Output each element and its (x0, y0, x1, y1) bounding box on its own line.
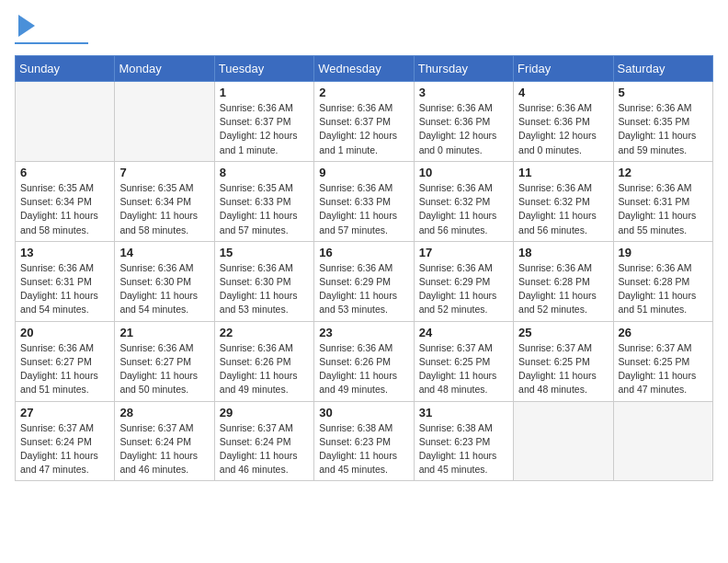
day-info: Sunrise: 6:36 AM Sunset: 6:27 PM Dayligh… (20, 341, 109, 397)
day-info: Sunrise: 6:36 AM Sunset: 6:36 PM Dayligh… (518, 101, 608, 157)
calendar-cell (514, 401, 613, 481)
day-info: Sunrise: 6:37 AM Sunset: 6:25 PM Dayligh… (518, 341, 608, 397)
day-number: 8 (220, 166, 309, 179)
day-number: 6 (20, 166, 109, 179)
calendar-cell: 25Sunrise: 6:37 AM Sunset: 6:25 PM Dayli… (514, 321, 613, 401)
day-info: Sunrise: 6:36 AM Sunset: 6:32 PM Dayligh… (419, 181, 508, 237)
day-number: 28 (119, 406, 209, 419)
calendar-cell: 7Sunrise: 6:35 AM Sunset: 6:34 PM Daylig… (115, 161, 214, 241)
day-info: Sunrise: 6:36 AM Sunset: 6:31 PM Dayligh… (619, 181, 708, 237)
day-info: Sunrise: 6:37 AM Sunset: 6:24 PM Dayligh… (119, 421, 209, 477)
day-info: Sunrise: 6:36 AM Sunset: 6:37 PM Dayligh… (319, 101, 408, 157)
day-number: 29 (220, 406, 309, 419)
day-info: Sunrise: 6:36 AM Sunset: 6:27 PM Dayligh… (119, 341, 209, 397)
day-number: 11 (518, 166, 608, 179)
calendar-cell: 29Sunrise: 6:37 AM Sunset: 6:24 PM Dayli… (214, 401, 313, 481)
calendar-cell: 11Sunrise: 6:36 AM Sunset: 6:32 PM Dayli… (514, 161, 613, 241)
calendar-cell: 4Sunrise: 6:36 AM Sunset: 6:36 PM Daylig… (514, 82, 613, 162)
calendar-week-row: 1Sunrise: 6:36 AM Sunset: 6:37 PM Daylig… (16, 82, 713, 162)
calendar-cell: 12Sunrise: 6:36 AM Sunset: 6:31 PM Dayli… (613, 161, 712, 241)
day-info: Sunrise: 6:36 AM Sunset: 6:35 PM Dayligh… (619, 101, 708, 157)
calendar-cell (613, 401, 712, 481)
day-info: Sunrise: 6:36 AM Sunset: 6:30 PM Dayligh… (220, 261, 309, 317)
day-number: 20 (20, 326, 109, 339)
calendar-week-row: 13Sunrise: 6:36 AM Sunset: 6:31 PM Dayli… (16, 241, 713, 321)
calendar-cell: 26Sunrise: 6:37 AM Sunset: 6:25 PM Dayli… (613, 321, 712, 401)
calendar-cell: 8Sunrise: 6:35 AM Sunset: 6:33 PM Daylig… (214, 161, 313, 241)
day-number: 19 (619, 246, 708, 259)
day-info: Sunrise: 6:36 AM Sunset: 6:29 PM Dayligh… (319, 261, 408, 317)
header-monday: Monday (115, 56, 214, 82)
day-number: 30 (319, 406, 408, 419)
day-info: Sunrise: 6:35 AM Sunset: 6:34 PM Dayligh… (119, 181, 209, 237)
calendar-cell: 30Sunrise: 6:38 AM Sunset: 6:23 PM Dayli… (314, 401, 414, 481)
calendar-cell: 17Sunrise: 6:36 AM Sunset: 6:29 PM Dayli… (414, 241, 513, 321)
day-info: Sunrise: 6:37 AM Sunset: 6:25 PM Dayligh… (419, 341, 508, 397)
calendar-cell: 5Sunrise: 6:36 AM Sunset: 6:35 PM Daylig… (613, 82, 712, 162)
day-number: 25 (518, 326, 608, 339)
header-sunday: Sunday (16, 56, 115, 82)
calendar-cell (115, 82, 214, 162)
day-number: 27 (20, 406, 109, 419)
header-saturday: Saturday (613, 56, 712, 82)
calendar-cell: 6Sunrise: 6:35 AM Sunset: 6:34 PM Daylig… (16, 161, 115, 241)
day-info: Sunrise: 6:36 AM Sunset: 6:26 PM Dayligh… (319, 341, 408, 397)
day-number: 7 (119, 166, 209, 179)
day-number: 14 (119, 246, 209, 259)
logo (15, 15, 88, 44)
day-number: 17 (419, 246, 508, 259)
day-info: Sunrise: 6:36 AM Sunset: 6:26 PM Dayligh… (220, 341, 309, 397)
header-tuesday: Tuesday (214, 56, 313, 82)
calendar-week-row: 6Sunrise: 6:35 AM Sunset: 6:34 PM Daylig… (16, 161, 713, 241)
day-info: Sunrise: 6:37 AM Sunset: 6:25 PM Dayligh… (619, 341, 708, 397)
calendar-cell: 28Sunrise: 6:37 AM Sunset: 6:24 PM Dayli… (115, 401, 214, 481)
calendar-cell: 24Sunrise: 6:37 AM Sunset: 6:25 PM Dayli… (414, 321, 513, 401)
calendar-cell: 23Sunrise: 6:36 AM Sunset: 6:26 PM Dayli… (314, 321, 414, 401)
day-number: 15 (220, 246, 309, 259)
day-info: Sunrise: 6:36 AM Sunset: 6:28 PM Dayligh… (619, 261, 708, 317)
day-info: Sunrise: 6:36 AM Sunset: 6:33 PM Dayligh… (319, 181, 408, 237)
calendar-cell: 20Sunrise: 6:36 AM Sunset: 6:27 PM Dayli… (16, 321, 115, 401)
day-number: 24 (419, 326, 508, 339)
day-info: Sunrise: 6:36 AM Sunset: 6:28 PM Dayligh… (518, 261, 608, 317)
day-info: Sunrise: 6:35 AM Sunset: 6:34 PM Dayligh… (20, 181, 109, 237)
day-info: Sunrise: 6:38 AM Sunset: 6:23 PM Dayligh… (419, 421, 508, 477)
header-friday: Friday (514, 56, 613, 82)
day-number: 31 (419, 406, 508, 419)
calendar-cell: 27Sunrise: 6:37 AM Sunset: 6:24 PM Dayli… (16, 401, 115, 481)
day-number: 4 (518, 86, 608, 99)
calendar-cell: 14Sunrise: 6:36 AM Sunset: 6:30 PM Dayli… (115, 241, 214, 321)
day-number: 16 (319, 246, 408, 259)
weekday-header-row: Sunday Monday Tuesday Wednesday Thursday… (16, 56, 713, 82)
day-info: Sunrise: 6:36 AM Sunset: 6:37 PM Dayligh… (220, 101, 309, 157)
day-number: 21 (119, 326, 209, 339)
day-info: Sunrise: 6:37 AM Sunset: 6:24 PM Dayligh… (20, 421, 109, 477)
day-number: 1 (220, 86, 309, 99)
day-number: 10 (419, 166, 508, 179)
day-info: Sunrise: 6:36 AM Sunset: 6:32 PM Dayligh… (518, 181, 608, 237)
calendar-cell: 19Sunrise: 6:36 AM Sunset: 6:28 PM Dayli… (613, 241, 712, 321)
calendar-cell: 15Sunrise: 6:36 AM Sunset: 6:30 PM Dayli… (214, 241, 313, 321)
calendar-cell (16, 82, 115, 162)
calendar-cell: 16Sunrise: 6:36 AM Sunset: 6:29 PM Dayli… (314, 241, 414, 321)
day-number: 23 (319, 326, 408, 339)
day-number: 26 (619, 326, 708, 339)
calendar-cell: 31Sunrise: 6:38 AM Sunset: 6:23 PM Dayli… (414, 401, 513, 481)
day-number: 9 (319, 166, 408, 179)
calendar-cell: 10Sunrise: 6:36 AM Sunset: 6:32 PM Dayli… (414, 161, 513, 241)
calendar-cell: 9Sunrise: 6:36 AM Sunset: 6:33 PM Daylig… (314, 161, 414, 241)
day-number: 12 (619, 166, 708, 179)
calendar-cell: 18Sunrise: 6:36 AM Sunset: 6:28 PM Dayli… (514, 241, 613, 321)
day-number: 22 (220, 326, 309, 339)
calendar-cell: 22Sunrise: 6:36 AM Sunset: 6:26 PM Dayli… (214, 321, 313, 401)
day-number: 5 (619, 86, 708, 99)
header-thursday: Thursday (414, 56, 513, 82)
calendar-cell: 2Sunrise: 6:36 AM Sunset: 6:37 PM Daylig… (314, 82, 414, 162)
header-wednesday: Wednesday (314, 56, 414, 82)
day-info: Sunrise: 6:35 AM Sunset: 6:33 PM Dayligh… (220, 181, 309, 237)
calendar-week-row: 27Sunrise: 6:37 AM Sunset: 6:24 PM Dayli… (16, 401, 713, 481)
day-info: Sunrise: 6:36 AM Sunset: 6:29 PM Dayligh… (419, 261, 508, 317)
day-number: 3 (419, 86, 508, 99)
day-info: Sunrise: 6:36 AM Sunset: 6:30 PM Dayligh… (119, 261, 209, 317)
calendar-cell: 3Sunrise: 6:36 AM Sunset: 6:36 PM Daylig… (414, 82, 513, 162)
